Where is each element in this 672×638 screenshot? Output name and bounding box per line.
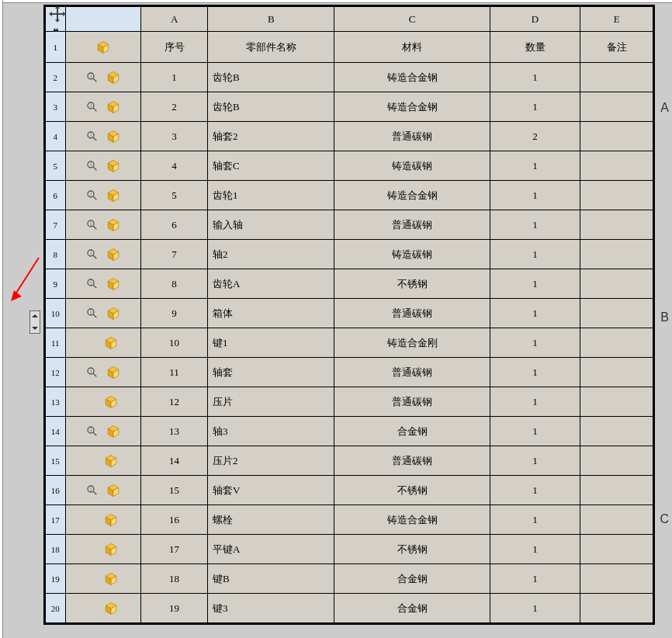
col-letter[interactable]: D bbox=[490, 7, 580, 32]
cell-seq[interactable]: 7 bbox=[141, 240, 208, 269]
cell-name[interactable]: 轴套V bbox=[207, 476, 334, 505]
row-header[interactable]: 8 bbox=[46, 240, 66, 269]
cell-name[interactable]: 输入轴 bbox=[207, 210, 334, 240]
cell-note[interactable] bbox=[580, 63, 653, 92]
icon-cell[interactable]: 1 bbox=[65, 92, 141, 122]
cell-seq[interactable]: 2 bbox=[141, 92, 208, 122]
icon-cell[interactable]: 1 bbox=[65, 417, 141, 446]
cell-qty[interactable]: 1 bbox=[490, 535, 580, 564]
icon-cell[interactable] bbox=[65, 328, 141, 358]
sheet-side-handle[interactable] bbox=[29, 310, 40, 334]
cell-name[interactable]: 箱体 bbox=[207, 299, 334, 328]
row-header[interactable]: 6 bbox=[46, 181, 66, 210]
cell-qty[interactable]: 1 bbox=[490, 446, 580, 476]
cell-name[interactable]: 键3 bbox=[207, 594, 334, 623]
table-row[interactable]: 141 13轴3合金钢1 bbox=[46, 417, 653, 446]
cell-qty[interactable]: 1 bbox=[490, 151, 580, 181]
icon-cell[interactable] bbox=[65, 564, 141, 594]
cell-qty[interactable]: 1 bbox=[490, 328, 580, 358]
table-row[interactable]: 161 15轴套V不锈钢1 bbox=[46, 476, 653, 505]
cell-name[interactable]: 压片2 bbox=[207, 446, 334, 476]
collapse-marker[interactable]: ▴▴ bbox=[53, 25, 57, 33]
row-header[interactable]: 12 bbox=[46, 358, 66, 387]
cell-material[interactable]: 普通碳钢 bbox=[334, 358, 490, 387]
row-header[interactable]: 4 bbox=[46, 122, 66, 151]
cell-qty[interactable]: 1 bbox=[490, 387, 580, 417]
cell-material[interactable]: 铸造合金钢 bbox=[334, 181, 490, 210]
cell-qty[interactable]: 2 bbox=[490, 122, 580, 151]
cell-qty[interactable]: 1 bbox=[490, 299, 580, 328]
cell-note[interactable] bbox=[580, 151, 653, 181]
row-header[interactable]: 16 bbox=[46, 476, 66, 505]
table-row[interactable]: 18 17平键A不锈钢1 bbox=[46, 535, 653, 564]
header-qty[interactable]: 数量 bbox=[490, 32, 580, 63]
icon-cell[interactable] bbox=[65, 387, 141, 417]
cell-seq[interactable]: 12 bbox=[141, 387, 208, 417]
cell-qty[interactable]: 1 bbox=[490, 505, 580, 535]
cell-qty[interactable]: 1 bbox=[490, 210, 580, 240]
col-letter[interactable]: E bbox=[580, 7, 653, 32]
col-letter[interactable]: C bbox=[334, 7, 490, 32]
cell-name[interactable]: 轴3 bbox=[207, 417, 334, 446]
cell-material[interactable]: 铸造合金钢 bbox=[334, 505, 490, 535]
cell-material[interactable]: 铸造碳钢 bbox=[334, 240, 490, 269]
cell-note[interactable] bbox=[580, 299, 653, 328]
row-header[interactable]: 18 bbox=[46, 535, 66, 564]
cell-seq[interactable]: 18 bbox=[141, 564, 208, 594]
cell-seq[interactable]: 5 bbox=[141, 181, 208, 210]
cell-seq[interactable]: 10 bbox=[141, 328, 208, 358]
cell-seq[interactable]: 1 bbox=[141, 63, 208, 92]
cell-note[interactable] bbox=[580, 476, 653, 505]
table-row[interactable]: 31 2齿轮B铸造合金钢1 bbox=[46, 92, 653, 122]
cell-note[interactable] bbox=[580, 358, 653, 387]
icon-cell[interactable]: 1 bbox=[65, 63, 141, 92]
cell-name[interactable]: 齿轮B bbox=[207, 92, 334, 122]
icon-cell[interactable]: 1 bbox=[65, 151, 141, 181]
table-row[interactable]: 11 10键1铸造合金刚1 bbox=[46, 328, 653, 358]
row-header[interactable]: 7 bbox=[46, 210, 66, 240]
cell-note[interactable] bbox=[580, 564, 653, 594]
table-row[interactable]: 71 6输入轴普通碳钢1 bbox=[46, 210, 653, 240]
cell-note[interactable] bbox=[580, 240, 653, 269]
table-row[interactable]: 81 7轴2铸造碳钢1 bbox=[46, 240, 653, 269]
row-header[interactable]: 1 bbox=[46, 32, 66, 63]
table-row[interactable]: 21 1齿轮B铸造合金钢1 bbox=[46, 63, 653, 92]
header-seq[interactable]: 序号 bbox=[141, 32, 208, 63]
table-row[interactable]: 91 8齿轮A不锈钢1 bbox=[46, 269, 653, 299]
cell-material[interactable]: 铸造合金刚 bbox=[334, 328, 490, 358]
cell-material[interactable]: 合金钢 bbox=[334, 564, 490, 594]
cell-qty[interactable]: 1 bbox=[490, 240, 580, 269]
icon-cell[interactable]: 1 bbox=[65, 122, 141, 151]
header-name[interactable]: 零部件名称 bbox=[207, 32, 334, 63]
cell-material[interactable]: 不锈钢 bbox=[334, 269, 490, 299]
icon-cell[interactable]: 1 bbox=[65, 269, 141, 299]
cell-name[interactable]: 键1 bbox=[207, 328, 334, 358]
cell-name[interactable]: 轴2 bbox=[207, 240, 334, 269]
row-header[interactable]: 20 bbox=[46, 594, 66, 623]
row-header[interactable]: 11 bbox=[46, 328, 66, 358]
header-note[interactable]: 备注 bbox=[580, 32, 653, 63]
cell-note[interactable] bbox=[580, 269, 653, 299]
cell-name[interactable]: 轴套 bbox=[207, 358, 334, 387]
col-letter[interactable]: A bbox=[141, 7, 208, 32]
col-letter[interactable]: B bbox=[207, 7, 334, 32]
cell-note[interactable] bbox=[580, 594, 653, 623]
row-header[interactable]: 17 bbox=[46, 505, 66, 535]
cell-name[interactable]: 平键A bbox=[207, 535, 334, 564]
header-material[interactable]: 材料 bbox=[334, 32, 490, 63]
cell-seq[interactable]: 16 bbox=[141, 505, 208, 535]
cell-seq[interactable]: 15 bbox=[141, 476, 208, 505]
row-header[interactable]: 13 bbox=[46, 387, 66, 417]
icon-cell[interactable] bbox=[65, 594, 141, 623]
cell-qty[interactable]: 1 bbox=[490, 476, 580, 505]
cell-note[interactable] bbox=[580, 417, 653, 446]
table-row[interactable]: 13 12压片普通碳钢1 bbox=[46, 387, 653, 417]
row-header[interactable]: 15 bbox=[46, 446, 66, 476]
cell-material[interactable]: 合金钢 bbox=[334, 417, 490, 446]
cell-seq[interactable]: 13 bbox=[141, 417, 208, 446]
row-header[interactable]: 5 bbox=[46, 151, 66, 181]
cell-qty[interactable]: 1 bbox=[490, 181, 580, 210]
cell-name[interactable]: 螺栓 bbox=[207, 505, 334, 535]
cell-qty[interactable]: 1 bbox=[490, 92, 580, 122]
cell-note[interactable] bbox=[580, 446, 653, 476]
